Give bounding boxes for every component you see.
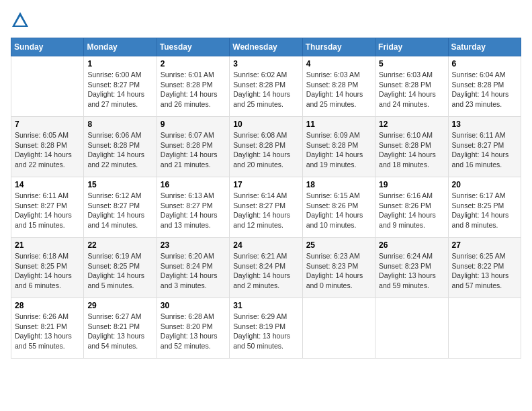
- calendar-header-row: SundayMondayTuesdayWednesdayThursdayFrid…: [11, 38, 521, 56]
- week-row-2: 7Sunrise: 6:05 AM Sunset: 8:28 PM Daylig…: [11, 117, 521, 177]
- calendar-cell: 14Sunrise: 6:11 AM Sunset: 8:27 PM Dayli…: [11, 177, 84, 238]
- header-friday: Friday: [375, 38, 448, 56]
- day-number: 25: [306, 240, 371, 250]
- day-number: 14: [15, 180, 80, 189]
- calendar-cell: 1Sunrise: 6:00 AM Sunset: 8:27 PM Daylig…: [84, 56, 157, 117]
- day-info: Sunrise: 6:05 AM Sunset: 8:28 PM Dayligh…: [15, 130, 80, 170]
- calendar-cell: 12Sunrise: 6:10 AM Sunset: 8:28 PM Dayli…: [375, 117, 448, 177]
- calendar-cell: 26Sunrise: 6:24 AM Sunset: 8:23 PM Dayli…: [375, 238, 448, 298]
- day-info: Sunrise: 6:11 AM Sunset: 8:27 PM Dayligh…: [452, 130, 517, 170]
- day-info: Sunrise: 6:03 AM Sunset: 8:28 PM Dayligh…: [379, 70, 444, 109]
- day-number: 26: [379, 240, 444, 250]
- calendar-cell: 4Sunrise: 6:03 AM Sunset: 8:28 PM Daylig…: [302, 56, 375, 117]
- day-number: 22: [87, 240, 152, 250]
- header-wednesday: Wednesday: [230, 38, 302, 56]
- calendar-cell: [302, 298, 375, 359]
- calendar-cell: 11Sunrise: 6:09 AM Sunset: 8:28 PM Dayli…: [302, 117, 375, 177]
- calendar-cell: 13Sunrise: 6:11 AM Sunset: 8:27 PM Dayli…: [448, 117, 521, 177]
- header-thursday: Thursday: [302, 38, 375, 56]
- calendar-cell: [375, 298, 448, 359]
- day-number: 1: [87, 59, 152, 68]
- day-number: 20: [452, 180, 517, 189]
- day-number: 21: [15, 240, 80, 250]
- day-info: Sunrise: 6:12 AM Sunset: 8:27 PM Dayligh…: [87, 191, 152, 230]
- day-number: 8: [87, 120, 152, 129]
- day-number: 10: [233, 120, 298, 129]
- day-info: Sunrise: 6:10 AM Sunset: 8:28 PM Dayligh…: [379, 130, 444, 170]
- day-number: 28: [15, 301, 80, 310]
- day-number: 4: [306, 59, 371, 68]
- calendar-cell: [11, 56, 84, 117]
- day-number: 3: [233, 59, 298, 68]
- day-number: 9: [161, 120, 226, 129]
- header-monday: Monday: [84, 38, 157, 56]
- day-info: Sunrise: 6:06 AM Sunset: 8:28 PM Dayligh…: [87, 130, 152, 170]
- day-info: Sunrise: 6:04 AM Sunset: 8:28 PM Dayligh…: [452, 70, 517, 109]
- day-info: Sunrise: 6:00 AM Sunset: 8:27 PM Dayligh…: [87, 70, 152, 109]
- day-number: 19: [379, 180, 444, 189]
- calendar-cell: 20Sunrise: 6:17 AM Sunset: 8:25 PM Dayli…: [448, 177, 521, 238]
- calendar-cell: 5Sunrise: 6:03 AM Sunset: 8:28 PM Daylig…: [375, 56, 448, 117]
- logo-icon: [11, 11, 30, 30]
- day-info: Sunrise: 6:11 AM Sunset: 8:27 PM Dayligh…: [15, 191, 80, 230]
- day-number: 13: [452, 120, 517, 129]
- calendar-cell: 24Sunrise: 6:21 AM Sunset: 8:24 PM Dayli…: [230, 238, 302, 298]
- day-info: Sunrise: 6:18 AM Sunset: 8:25 PM Dayligh…: [15, 251, 80, 291]
- calendar-cell: 10Sunrise: 6:08 AM Sunset: 8:28 PM Dayli…: [230, 117, 302, 177]
- calendar-table: SundayMondayTuesdayWednesdayThursdayFrid…: [11, 38, 521, 359]
- calendar-cell: 3Sunrise: 6:02 AM Sunset: 8:28 PM Daylig…: [230, 56, 302, 117]
- calendar-cell: 27Sunrise: 6:25 AM Sunset: 8:22 PM Dayli…: [448, 238, 521, 298]
- week-row-4: 21Sunrise: 6:18 AM Sunset: 8:25 PM Dayli…: [11, 238, 521, 298]
- day-number: 23: [161, 240, 226, 250]
- day-info: Sunrise: 6:19 AM Sunset: 8:25 PM Dayligh…: [87, 251, 152, 291]
- calendar-cell: 16Sunrise: 6:13 AM Sunset: 8:27 PM Dayli…: [157, 177, 229, 238]
- day-info: Sunrise: 6:03 AM Sunset: 8:28 PM Dayligh…: [306, 70, 371, 109]
- day-info: Sunrise: 6:14 AM Sunset: 8:27 PM Dayligh…: [233, 191, 298, 230]
- day-info: Sunrise: 6:17 AM Sunset: 8:25 PM Dayligh…: [452, 191, 517, 230]
- header-sunday: Sunday: [11, 38, 84, 56]
- day-number: 17: [233, 180, 298, 189]
- day-info: Sunrise: 6:08 AM Sunset: 8:28 PM Dayligh…: [233, 130, 298, 170]
- calendar-cell: 29Sunrise: 6:27 AM Sunset: 8:21 PM Dayli…: [84, 298, 157, 359]
- calendar-cell: 31Sunrise: 6:29 AM Sunset: 8:19 PM Dayli…: [230, 298, 302, 359]
- day-number: 15: [87, 180, 152, 189]
- calendar-cell: 23Sunrise: 6:20 AM Sunset: 8:24 PM Dayli…: [157, 238, 229, 298]
- header-saturday: Saturday: [448, 38, 521, 56]
- day-info: Sunrise: 6:07 AM Sunset: 8:28 PM Dayligh…: [161, 130, 226, 170]
- day-info: Sunrise: 6:20 AM Sunset: 8:24 PM Dayligh…: [161, 251, 226, 291]
- day-info: Sunrise: 6:23 AM Sunset: 8:23 PM Dayligh…: [306, 251, 371, 291]
- day-info: Sunrise: 6:28 AM Sunset: 8:20 PM Dayligh…: [161, 312, 226, 351]
- calendar-cell: 21Sunrise: 6:18 AM Sunset: 8:25 PM Dayli…: [11, 238, 84, 298]
- calendar-cell: 7Sunrise: 6:05 AM Sunset: 8:28 PM Daylig…: [11, 117, 84, 177]
- calendar-cell: 25Sunrise: 6:23 AM Sunset: 8:23 PM Dayli…: [302, 238, 375, 298]
- week-row-1: 1Sunrise: 6:00 AM Sunset: 8:27 PM Daylig…: [11, 56, 521, 117]
- day-info: Sunrise: 6:27 AM Sunset: 8:21 PM Dayligh…: [87, 312, 152, 351]
- day-number: 18: [306, 180, 371, 189]
- week-row-5: 28Sunrise: 6:26 AM Sunset: 8:21 PM Dayli…: [11, 298, 521, 359]
- calendar-cell: 30Sunrise: 6:28 AM Sunset: 8:20 PM Dayli…: [157, 298, 229, 359]
- logo: [11, 11, 32, 30]
- calendar-cell: 22Sunrise: 6:19 AM Sunset: 8:25 PM Dayli…: [84, 238, 157, 298]
- day-number: 27: [452, 240, 517, 250]
- day-number: 7: [15, 120, 80, 129]
- calendar-cell: 18Sunrise: 6:15 AM Sunset: 8:26 PM Dayli…: [302, 177, 375, 238]
- day-info: Sunrise: 6:24 AM Sunset: 8:23 PM Dayligh…: [379, 251, 444, 291]
- calendar-cell: 15Sunrise: 6:12 AM Sunset: 8:27 PM Dayli…: [84, 177, 157, 238]
- calendar-cell: [448, 298, 521, 359]
- week-row-3: 14Sunrise: 6:11 AM Sunset: 8:27 PM Dayli…: [11, 177, 521, 238]
- day-info: Sunrise: 6:09 AM Sunset: 8:28 PM Dayligh…: [306, 130, 371, 170]
- calendar-cell: 9Sunrise: 6:07 AM Sunset: 8:28 PM Daylig…: [157, 117, 229, 177]
- day-info: Sunrise: 6:15 AM Sunset: 8:26 PM Dayligh…: [306, 191, 371, 230]
- calendar-cell: 6Sunrise: 6:04 AM Sunset: 8:28 PM Daylig…: [448, 56, 521, 117]
- day-info: Sunrise: 6:02 AM Sunset: 8:28 PM Dayligh…: [233, 70, 298, 109]
- day-number: 2: [161, 59, 226, 68]
- day-info: Sunrise: 6:01 AM Sunset: 8:28 PM Dayligh…: [161, 70, 226, 109]
- day-number: 11: [306, 120, 371, 129]
- day-number: 24: [233, 240, 298, 250]
- day-info: Sunrise: 6:13 AM Sunset: 8:27 PM Dayligh…: [161, 191, 226, 230]
- day-info: Sunrise: 6:21 AM Sunset: 8:24 PM Dayligh…: [233, 251, 298, 291]
- calendar-cell: 8Sunrise: 6:06 AM Sunset: 8:28 PM Daylig…: [84, 117, 157, 177]
- day-info: Sunrise: 6:29 AM Sunset: 8:19 PM Dayligh…: [233, 312, 298, 351]
- calendar-cell: 17Sunrise: 6:14 AM Sunset: 8:27 PM Dayli…: [230, 177, 302, 238]
- day-number: 5: [379, 59, 444, 68]
